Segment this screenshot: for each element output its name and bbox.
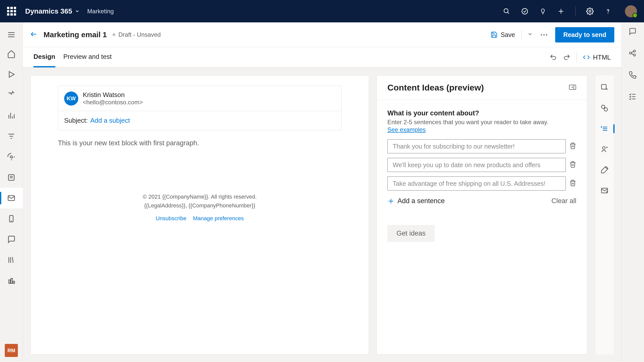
svg-point-39 — [601, 105, 605, 108]
add-icon[interactable] — [557, 8, 565, 15]
save-label: Save — [501, 31, 515, 38]
svg-point-50 — [633, 54, 635, 56]
idea-input-2[interactable] — [387, 158, 566, 172]
tab-preview[interactable]: Preview and test — [63, 47, 112, 67]
tool-personalization-icon[interactable] — [600, 145, 609, 154]
unsubscribe-link[interactable]: Unsubscribe — [156, 215, 186, 221]
assist-share-icon[interactable] — [628, 49, 637, 58]
task-icon[interactable] — [521, 8, 529, 15]
sender-row[interactable]: KW Kristin Watson <hello@contoso.com> — [58, 86, 341, 111]
html-view-button[interactable]: HTML — [583, 54, 611, 61]
command-bar: Marketing email 1 Draft - Unsaved Save R… — [23, 22, 621, 47]
ready-to-send-button[interactable]: Ready to send — [555, 27, 614, 42]
svg-point-6 — [608, 13, 608, 13]
back-button[interactable] — [30, 30, 37, 39]
tool-add-block-icon[interactable] — [600, 83, 609, 92]
nav-journey-icon[interactable] — [0, 85, 23, 105]
global-navbar: Dynamics 365 Marketing — [0, 0, 644, 22]
toolbox-rail — [595, 75, 614, 354]
add-sentence-button[interactable]: Add a sentence — [387, 197, 445, 205]
assist-phone-icon[interactable] — [628, 71, 637, 80]
chevron-down-icon — [75, 9, 80, 14]
code-icon — [583, 54, 590, 61]
nav-email-icon[interactable] — [0, 188, 23, 208]
add-subject-link[interactable]: Add a subject — [90, 117, 130, 124]
see-examples-link[interactable]: See examples — [387, 126, 426, 133]
svg-point-5 — [589, 10, 591, 12]
help-icon[interactable] — [604, 8, 612, 15]
nav-analytics-icon[interactable] — [0, 105, 23, 126]
delete-input-2[interactable] — [569, 161, 576, 169]
tab-design[interactable]: Design — [33, 47, 55, 67]
content-ideas-panel: Content Ideas (preview) What is your con… — [377, 75, 587, 354]
sender-avatar: KW — [64, 92, 78, 106]
app-section[interactable]: Marketing — [87, 8, 114, 15]
nav-library-icon[interactable] — [0, 250, 23, 270]
svg-rect-30 — [13, 281, 15, 284]
tool-elements-icon[interactable] — [600, 104, 609, 113]
add-sentence-label: Add a sentence — [397, 197, 445, 205]
lightbulb-icon[interactable] — [539, 8, 547, 15]
save-options-button[interactable] — [525, 29, 535, 40]
nav-filter-icon[interactable] — [0, 126, 23, 147]
assist-checklist-icon[interactable] — [628, 92, 637, 101]
nav-mobile-icon[interactable] — [0, 208, 23, 229]
nav-report-icon[interactable] — [0, 270, 23, 291]
nav-play-icon[interactable] — [0, 64, 23, 85]
idea-input-1[interactable] — [387, 139, 566, 153]
settings-icon[interactable] — [586, 8, 594, 15]
nav-home-icon[interactable] — [0, 43, 23, 64]
left-navigation: RM — [0, 22, 23, 362]
delete-input-3[interactable] — [569, 179, 576, 188]
sender-name: Kristin Watson — [83, 91, 143, 99]
get-ideas-button[interactable]: Get ideas — [387, 225, 435, 242]
email-body-text[interactable]: This is your new text block with first p… — [58, 139, 342, 147]
undo-icon[interactable] — [549, 54, 557, 61]
svg-point-18 — [10, 156, 13, 158]
tool-content-ideas-icon[interactable] — [600, 124, 609, 133]
delete-input-1[interactable] — [569, 142, 576, 150]
nav-target-icon[interactable] — [0, 147, 23, 167]
svg-point-40 — [604, 108, 607, 111]
nav-chat-icon[interactable] — [0, 229, 23, 250]
tool-email-settings-icon[interactable] — [600, 186, 609, 195]
app-name[interactable]: Dynamics 365 — [25, 7, 80, 15]
app-launcher-icon[interactable] — [7, 7, 16, 16]
svg-point-49 — [633, 50, 635, 52]
html-label: HTML — [593, 54, 611, 61]
tool-styles-icon[interactable] — [600, 165, 609, 174]
assist-chat-icon[interactable] — [628, 27, 637, 36]
assistant-rail — [621, 22, 644, 362]
more-button[interactable] — [538, 32, 550, 38]
footer-line-2: {{LegalAddress}}, {{CompanyPhoneNumber}} — [58, 201, 342, 210]
nav-form-icon[interactable] — [0, 167, 23, 188]
expand-panel-icon[interactable] — [569, 84, 576, 91]
tab-row: Design Preview and test HTML — [23, 47, 621, 68]
divider — [521, 30, 522, 39]
svg-point-44 — [602, 147, 605, 149]
nav-hamburger-icon[interactable] — [0, 26, 23, 43]
user-avatar[interactable] — [625, 5, 637, 17]
status-dot-icon — [112, 33, 115, 36]
app-name-label: Dynamics 365 — [25, 7, 72, 15]
svg-point-0 — [504, 9, 508, 13]
manage-preferences-link[interactable]: Manage preferences — [193, 215, 244, 221]
save-button[interactable]: Save — [487, 29, 518, 41]
divider — [575, 6, 576, 16]
divider — [577, 52, 577, 62]
svg-line-1 — [508, 12, 509, 14]
svg-point-2 — [522, 8, 528, 14]
subject-row[interactable]: Subject: Add a subject — [58, 111, 341, 130]
clear-all-button[interactable]: Clear all — [551, 197, 576, 205]
footer-line-1: © 2021 {{CompanyName}}. All rights reser… — [58, 192, 342, 201]
svg-rect-36 — [601, 84, 606, 89]
user-badge[interactable]: RM — [5, 344, 18, 357]
redo-icon[interactable] — [563, 54, 571, 61]
save-icon — [491, 31, 498, 38]
panel-title: Content Ideas (preview) — [387, 83, 484, 93]
svg-marker-10 — [9, 72, 14, 77]
plus-icon — [387, 198, 394, 205]
search-icon[interactable] — [503, 8, 510, 15]
idea-input-3[interactable] — [387, 176, 566, 191]
svg-line-51 — [631, 51, 633, 53]
